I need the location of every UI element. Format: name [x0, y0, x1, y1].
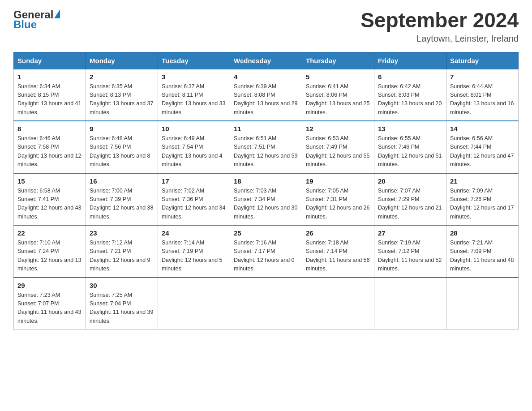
day-number: 10 — [162, 125, 226, 133]
calendar-cell — [302, 278, 374, 330]
day-info: Sunrise: 6:41 AMSunset: 8:06 PMDaylight:… — [306, 82, 370, 117]
day-number: 26 — [306, 229, 370, 237]
day-info: Sunrise: 6:55 AMSunset: 7:46 PMDaylight:… — [378, 134, 442, 169]
day-info: Sunrise: 7:18 AMSunset: 7:14 PMDaylight:… — [306, 239, 370, 274]
day-info: Sunrise: 6:48 AMSunset: 7:56 PMDaylight:… — [90, 134, 154, 169]
calendar-cell: 25Sunrise: 7:16 AMSunset: 7:17 PMDayligh… — [230, 225, 302, 278]
calendar-cell: 16Sunrise: 7:00 AMSunset: 7:39 PMDayligh… — [86, 173, 158, 226]
calendar-cell: 28Sunrise: 7:21 AMSunset: 7:09 PMDayligh… — [446, 225, 519, 278]
day-info: Sunrise: 7:03 AMSunset: 7:34 PMDaylight:… — [234, 187, 298, 222]
day-number: 18 — [234, 177, 298, 185]
day-info: Sunrise: 7:09 AMSunset: 7:26 PMDaylight:… — [450, 187, 515, 222]
weekday-header-wednesday: Wednesday — [230, 52, 302, 69]
day-info: Sunrise: 6:53 AMSunset: 7:49 PMDaylight:… — [306, 134, 370, 169]
calendar-cell: 9Sunrise: 6:48 AMSunset: 7:56 PMDaylight… — [86, 121, 158, 173]
day-number: 13 — [378, 125, 442, 133]
logo: General Blue — [13, 9, 60, 31]
day-number: 14 — [450, 125, 515, 133]
calendar-week-row: 29Sunrise: 7:23 AMSunset: 7:07 PMDayligh… — [14, 278, 519, 330]
day-info: Sunrise: 6:49 AMSunset: 7:54 PMDaylight:… — [162, 134, 226, 169]
day-number: 21 — [450, 177, 515, 185]
day-info: Sunrise: 7:07 AMSunset: 7:29 PMDaylight:… — [378, 187, 442, 222]
calendar-table: SundayMondayTuesdayWednesdayThursdayFrid… — [13, 52, 519, 330]
day-number: 24 — [162, 229, 226, 237]
calendar-cell: 12Sunrise: 6:53 AMSunset: 7:49 PMDayligh… — [302, 121, 374, 173]
day-info: Sunrise: 6:51 AMSunset: 7:51 PMDaylight:… — [234, 134, 298, 169]
day-number: 15 — [17, 177, 82, 185]
calendar-cell: 18Sunrise: 7:03 AMSunset: 7:34 PMDayligh… — [230, 173, 302, 226]
day-info: Sunrise: 7:10 AMSunset: 7:24 PMDaylight:… — [17, 239, 82, 274]
day-info: Sunrise: 6:37 AMSunset: 8:11 PMDaylight:… — [162, 82, 226, 117]
day-info: Sunrise: 7:00 AMSunset: 7:39 PMDaylight:… — [90, 187, 154, 222]
day-number: 3 — [162, 73, 226, 81]
weekday-header-tuesday: Tuesday — [158, 52, 230, 69]
day-number: 23 — [90, 229, 154, 237]
day-info: Sunrise: 7:25 AMSunset: 7:04 PMDaylight:… — [90, 291, 154, 326]
calendar-week-row: 15Sunrise: 6:58 AMSunset: 7:41 PMDayligh… — [14, 173, 519, 226]
day-info: Sunrise: 6:42 AMSunset: 8:03 PMDaylight:… — [378, 82, 442, 117]
weekday-header-saturday: Saturday — [446, 52, 519, 69]
month-title: September 2024 — [360, 9, 519, 32]
calendar-cell: 15Sunrise: 6:58 AMSunset: 7:41 PMDayligh… — [14, 173, 86, 226]
calendar-cell — [446, 278, 519, 330]
day-info: Sunrise: 7:02 AMSunset: 7:36 PMDaylight:… — [162, 187, 226, 222]
day-info: Sunrise: 6:58 AMSunset: 7:41 PMDaylight:… — [17, 187, 82, 222]
calendar-cell: 8Sunrise: 6:46 AMSunset: 7:58 PMDaylight… — [14, 121, 86, 173]
calendar-cell: 27Sunrise: 7:19 AMSunset: 7:12 PMDayligh… — [374, 225, 446, 278]
day-number: 17 — [162, 177, 226, 185]
calendar-cell: 11Sunrise: 6:51 AMSunset: 7:51 PMDayligh… — [230, 121, 302, 173]
day-info: Sunrise: 7:23 AMSunset: 7:07 PMDaylight:… — [17, 291, 82, 326]
calendar-cell: 22Sunrise: 7:10 AMSunset: 7:24 PMDayligh… — [14, 225, 86, 278]
weekday-header-sunday: Sunday — [14, 52, 86, 69]
day-number: 5 — [306, 73, 370, 81]
day-number: 29 — [17, 282, 82, 289]
day-number: 19 — [306, 177, 370, 185]
day-number: 12 — [306, 125, 370, 133]
logo-text-blue: Blue — [13, 19, 60, 30]
day-number: 6 — [378, 73, 442, 81]
calendar-cell: 4Sunrise: 6:39 AMSunset: 8:08 PMDaylight… — [230, 69, 302, 121]
day-number: 20 — [378, 177, 442, 185]
day-number: 27 — [378, 229, 442, 237]
day-number: 4 — [234, 73, 298, 81]
calendar-cell: 13Sunrise: 6:55 AMSunset: 7:46 PMDayligh… — [374, 121, 446, 173]
day-info: Sunrise: 6:35 AMSunset: 8:13 PMDaylight:… — [90, 82, 154, 117]
page: General Blue September 2024 Laytown, Lei… — [0, 0, 532, 338]
day-info: Sunrise: 7:05 AMSunset: 7:31 PMDaylight:… — [306, 187, 370, 222]
day-info: Sunrise: 6:56 AMSunset: 7:44 PMDaylight:… — [450, 134, 515, 169]
day-info: Sunrise: 6:44 AMSunset: 8:01 PMDaylight:… — [450, 82, 515, 117]
day-info: Sunrise: 7:12 AMSunset: 7:21 PMDaylight:… — [90, 239, 154, 274]
calendar-cell: 21Sunrise: 7:09 AMSunset: 7:26 PMDayligh… — [446, 173, 519, 226]
day-number: 25 — [234, 229, 298, 237]
calendar-week-row: 8Sunrise: 6:46 AMSunset: 7:58 PMDaylight… — [14, 121, 519, 173]
day-number: 9 — [90, 125, 154, 133]
calendar-cell — [374, 278, 446, 330]
day-number: 22 — [17, 229, 82, 237]
day-number: 11 — [234, 125, 298, 133]
calendar-cell — [158, 278, 230, 330]
calendar-cell — [230, 278, 302, 330]
day-info: Sunrise: 6:46 AMSunset: 7:58 PMDaylight:… — [17, 134, 82, 169]
header: General Blue September 2024 Laytown, Lei… — [13, 9, 519, 44]
title-block: September 2024 Laytown, Leinster, Irelan… — [360, 9, 519, 44]
day-number: 2 — [90, 73, 154, 81]
calendar-header-row: SundayMondayTuesdayWednesdayThursdayFrid… — [14, 52, 519, 69]
day-info: Sunrise: 6:39 AMSunset: 8:08 PMDaylight:… — [234, 82, 298, 117]
day-number: 28 — [450, 229, 515, 237]
calendar-cell: 26Sunrise: 7:18 AMSunset: 7:14 PMDayligh… — [302, 225, 374, 278]
calendar-cell: 23Sunrise: 7:12 AMSunset: 7:21 PMDayligh… — [86, 225, 158, 278]
calendar-cell: 1Sunrise: 6:34 AMSunset: 8:15 PMDaylight… — [14, 69, 86, 121]
calendar-cell: 19Sunrise: 7:05 AMSunset: 7:31 PMDayligh… — [302, 173, 374, 226]
calendar-cell: 17Sunrise: 7:02 AMSunset: 7:36 PMDayligh… — [158, 173, 230, 226]
calendar-cell: 2Sunrise: 6:35 AMSunset: 8:13 PMDaylight… — [86, 69, 158, 121]
day-number: 1 — [17, 73, 82, 81]
day-info: Sunrise: 6:34 AMSunset: 8:15 PMDaylight:… — [17, 82, 82, 117]
calendar-cell: 10Sunrise: 6:49 AMSunset: 7:54 PMDayligh… — [158, 121, 230, 173]
calendar-cell: 29Sunrise: 7:23 AMSunset: 7:07 PMDayligh… — [14, 278, 86, 330]
day-info: Sunrise: 7:14 AMSunset: 7:19 PMDaylight:… — [162, 239, 226, 274]
calendar-week-row: 22Sunrise: 7:10 AMSunset: 7:24 PMDayligh… — [14, 225, 519, 278]
calendar-cell: 14Sunrise: 6:56 AMSunset: 7:44 PMDayligh… — [446, 121, 519, 173]
weekday-header-friday: Friday — [374, 52, 446, 69]
logo-arrow-icon — [54, 9, 60, 18]
day-number: 30 — [90, 282, 154, 289]
